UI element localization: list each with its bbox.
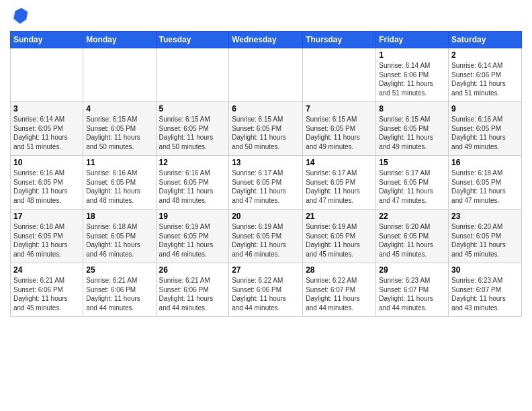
day-cell: 8Sunrise: 6:15 AM Sunset: 6:05 PM Daylig… — [376, 102, 449, 156]
day-info: Sunrise: 6:23 AM Sunset: 6:07 PM Dayligh… — [451, 276, 519, 312]
day-cell: 1Sunrise: 6:14 AM Sunset: 6:06 PM Daylig… — [376, 48, 449, 102]
day-info: Sunrise: 6:19 AM Sunset: 6:05 PM Dayligh… — [306, 222, 373, 259]
day-cell: 5Sunrise: 6:15 AM Sunset: 6:05 PM Daylig… — [156, 102, 229, 156]
weekday-header-sunday: Sunday — [11, 32, 83, 48]
day-number: 6 — [232, 104, 300, 113]
day-cell: 15Sunrise: 6:17 AM Sunset: 6:05 PM Dayli… — [376, 156, 449, 210]
day-info: Sunrise: 6:15 AM Sunset: 6:05 PM Dayligh… — [86, 115, 152, 151]
day-cell: 25Sunrise: 6:21 AM Sunset: 6:06 PM Dayli… — [83, 263, 156, 317]
logo — [10, 7, 32, 26]
day-cell: 20Sunrise: 6:19 AM Sunset: 6:05 PM Dayli… — [229, 210, 303, 263]
weekday-header-monday: Monday — [83, 32, 156, 48]
day-number: 10 — [13, 158, 80, 167]
day-cell — [11, 48, 83, 102]
day-info: Sunrise: 6:21 AM Sunset: 6:06 PM Dayligh… — [86, 276, 152, 312]
day-cell: 24Sunrise: 6:21 AM Sunset: 6:06 PM Dayli… — [11, 263, 83, 317]
weekday-header-friday: Friday — [376, 32, 449, 48]
week-row-2: 3Sunrise: 6:14 AM Sunset: 6:05 PM Daylig… — [11, 102, 522, 156]
day-info: Sunrise: 6:19 AM Sunset: 6:05 PM Dayligh… — [159, 222, 226, 259]
day-info: Sunrise: 6:16 AM Sunset: 6:05 PM Dayligh… — [13, 169, 80, 205]
day-number: 16 — [451, 158, 519, 167]
day-info: Sunrise: 6:16 AM Sunset: 6:05 PM Dayligh… — [86, 169, 152, 205]
day-number: 2 — [451, 50, 519, 60]
day-cell: 26Sunrise: 6:21 AM Sunset: 6:06 PM Dayli… — [156, 263, 229, 317]
day-cell — [156, 48, 229, 102]
day-info: Sunrise: 6:15 AM Sunset: 6:05 PM Dayligh… — [379, 115, 445, 151]
day-number: 4 — [86, 104, 152, 113]
day-number: 19 — [159, 212, 226, 221]
day-number: 27 — [232, 265, 300, 275]
day-cell: 18Sunrise: 6:18 AM Sunset: 6:05 PM Dayli… — [83, 210, 156, 263]
day-number: 29 — [379, 265, 445, 275]
weekday-header-wednesday: Wednesday — [229, 32, 303, 48]
day-info: Sunrise: 6:14 AM Sunset: 6:05 PM Dayligh… — [13, 115, 80, 151]
day-number: 1 — [379, 50, 445, 60]
day-number: 26 — [159, 265, 226, 275]
day-cell: 14Sunrise: 6:17 AM Sunset: 6:05 PM Dayli… — [303, 156, 376, 210]
day-number: 20 — [232, 212, 300, 221]
header — [10, 7, 522, 26]
day-info: Sunrise: 6:14 AM Sunset: 6:06 PM Dayligh… — [451, 61, 519, 97]
day-number: 13 — [232, 158, 300, 167]
day-cell — [83, 48, 156, 102]
weekday-header-thursday: Thursday — [303, 32, 376, 48]
day-number: 15 — [379, 158, 445, 167]
day-info: Sunrise: 6:14 AM Sunset: 6:06 PM Dayligh… — [379, 61, 445, 97]
week-row-4: 17Sunrise: 6:18 AM Sunset: 6:05 PM Dayli… — [11, 210, 522, 263]
day-cell: 7Sunrise: 6:15 AM Sunset: 6:05 PM Daylig… — [303, 102, 376, 156]
day-cell: 3Sunrise: 6:14 AM Sunset: 6:05 PM Daylig… — [11, 102, 83, 156]
day-number: 24 — [13, 265, 80, 275]
day-info: Sunrise: 6:15 AM Sunset: 6:05 PM Dayligh… — [232, 115, 300, 151]
day-cell: 23Sunrise: 6:20 AM Sunset: 6:05 PM Dayli… — [449, 210, 522, 263]
day-cell: 17Sunrise: 6:18 AM Sunset: 6:05 PM Dayli… — [11, 210, 83, 263]
week-row-5: 24Sunrise: 6:21 AM Sunset: 6:06 PM Dayli… — [11, 263, 522, 317]
day-info: Sunrise: 6:16 AM Sunset: 6:05 PM Dayligh… — [451, 115, 519, 151]
day-cell: 22Sunrise: 6:20 AM Sunset: 6:05 PM Dayli… — [376, 210, 449, 263]
day-number: 7 — [306, 104, 373, 113]
day-cell: 11Sunrise: 6:16 AM Sunset: 6:05 PM Dayli… — [83, 156, 156, 210]
day-info: Sunrise: 6:17 AM Sunset: 6:05 PM Dayligh… — [379, 169, 445, 205]
week-row-3: 10Sunrise: 6:16 AM Sunset: 6:05 PM Dayli… — [11, 156, 522, 210]
day-number: 25 — [86, 265, 152, 275]
day-number: 9 — [451, 104, 519, 113]
weekday-row: SundayMondayTuesdayWednesdayThursdayFrid… — [11, 32, 522, 48]
day-info: Sunrise: 6:22 AM Sunset: 6:06 PM Dayligh… — [232, 276, 300, 312]
day-cell: 27Sunrise: 6:22 AM Sunset: 6:06 PM Dayli… — [229, 263, 303, 317]
day-info: Sunrise: 6:22 AM Sunset: 6:07 PM Dayligh… — [306, 276, 373, 312]
day-cell: 6Sunrise: 6:15 AM Sunset: 6:05 PM Daylig… — [229, 102, 303, 156]
day-info: Sunrise: 6:18 AM Sunset: 6:05 PM Dayligh… — [451, 169, 519, 205]
day-cell: 19Sunrise: 6:19 AM Sunset: 6:05 PM Dayli… — [156, 210, 229, 263]
day-number: 22 — [379, 212, 445, 221]
day-info: Sunrise: 6:18 AM Sunset: 6:05 PM Dayligh… — [13, 222, 80, 259]
day-cell: 30Sunrise: 6:23 AM Sunset: 6:07 PM Dayli… — [449, 263, 522, 317]
day-cell: 29Sunrise: 6:23 AM Sunset: 6:07 PM Dayli… — [376, 263, 449, 317]
day-info: Sunrise: 6:20 AM Sunset: 6:05 PM Dayligh… — [379, 222, 445, 259]
day-info: Sunrise: 6:19 AM Sunset: 6:05 PM Dayligh… — [232, 222, 300, 259]
day-info: Sunrise: 6:17 AM Sunset: 6:05 PM Dayligh… — [232, 169, 300, 205]
day-info: Sunrise: 6:17 AM Sunset: 6:05 PM Dayligh… — [306, 169, 373, 205]
weekday-header-tuesday: Tuesday — [156, 32, 229, 48]
calendar-body: 1Sunrise: 6:14 AM Sunset: 6:06 PM Daylig… — [11, 48, 522, 317]
week-row-1: 1Sunrise: 6:14 AM Sunset: 6:06 PM Daylig… — [11, 48, 522, 102]
calendar-header: SundayMondayTuesdayWednesdayThursdayFrid… — [11, 32, 522, 48]
day-cell: 10Sunrise: 6:16 AM Sunset: 6:05 PM Dayli… — [11, 156, 83, 210]
day-number: 18 — [86, 212, 152, 221]
day-cell — [229, 48, 303, 102]
day-info: Sunrise: 6:23 AM Sunset: 6:07 PM Dayligh… — [379, 276, 445, 312]
day-cell: 12Sunrise: 6:16 AM Sunset: 6:05 PM Dayli… — [156, 156, 229, 210]
day-cell: 2Sunrise: 6:14 AM Sunset: 6:06 PM Daylig… — [449, 48, 522, 102]
day-info: Sunrise: 6:21 AM Sunset: 6:06 PM Dayligh… — [159, 276, 226, 312]
page: SundayMondayTuesdayWednesdayThursdayFrid… — [0, 0, 532, 411]
day-number: 23 — [451, 212, 519, 221]
day-cell: 16Sunrise: 6:18 AM Sunset: 6:05 PM Dayli… — [449, 156, 522, 210]
day-number: 28 — [306, 265, 373, 275]
day-cell — [303, 48, 376, 102]
day-number: 11 — [86, 158, 152, 167]
day-cell: 9Sunrise: 6:16 AM Sunset: 6:05 PM Daylig… — [449, 102, 522, 156]
day-number: 17 — [13, 212, 80, 221]
day-number: 14 — [306, 158, 373, 167]
day-cell: 13Sunrise: 6:17 AM Sunset: 6:05 PM Dayli… — [229, 156, 303, 210]
day-info: Sunrise: 6:16 AM Sunset: 6:05 PM Dayligh… — [159, 169, 226, 205]
day-cell: 21Sunrise: 6:19 AM Sunset: 6:05 PM Dayli… — [303, 210, 376, 263]
day-number: 30 — [451, 265, 519, 275]
